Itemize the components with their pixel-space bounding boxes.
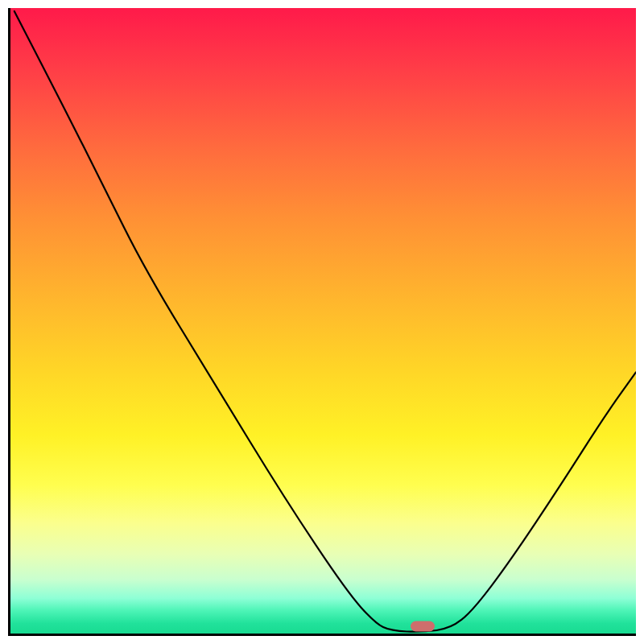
plot-frame [8,8,636,636]
chart-stage: TheBottleneck.com [0,0,644,644]
optimal-point-marker [411,621,435,632]
gradient-background [8,8,636,636]
